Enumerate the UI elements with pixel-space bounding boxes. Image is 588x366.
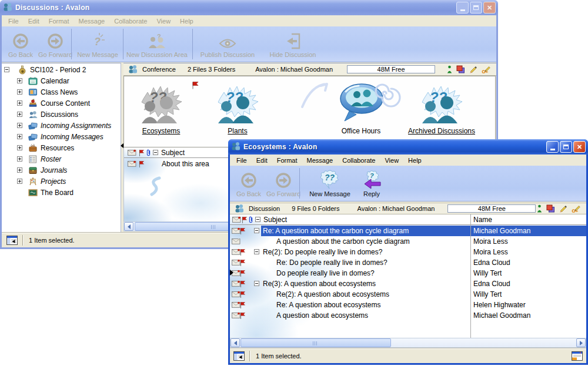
- tree-item-the-board[interactable]: The Board: [2, 187, 121, 198]
- tree-item-course-content[interactable]: Course Content: [2, 98, 121, 109]
- person-green-icon[interactable]: [537, 204, 542, 213]
- pencil-icon[interactable]: [469, 65, 477, 73]
- message-row-re-2-a-question-about-ecosystems[interactable]: Re(2): A question about ecosystemsWilly …: [230, 289, 586, 300]
- view-mode-icon[interactable]: [572, 351, 583, 361]
- subject-column-header[interactable]: Subject: [263, 216, 287, 224]
- collapse-all-icon[interactable]: [255, 217, 260, 222]
- expand-icon[interactable]: [17, 156, 22, 162]
- message-row-a-question-about-ecosystems[interactable]: A question about ecosystemsMichael Goodm…: [230, 310, 586, 321]
- scroll-left-button[interactable]: [230, 338, 240, 347]
- message-row-re-3-a-question-about-ecosystems[interactable]: Re(3): A question about ecosystemsEdna C…: [230, 278, 586, 289]
- new-message-gray-icon: ?: [74, 29, 122, 50]
- message-row-re-a-question-about-the-carbon-cycle-diagram[interactable]: Re: A question about the carbon cycle di…: [230, 226, 586, 236]
- tree-item-roster[interactable]: Roster: [2, 154, 121, 164]
- scroll-thumb[interactable]: [240, 338, 391, 347]
- squares-icon[interactable]: [456, 65, 465, 73]
- conference-item-plants[interactable]: ??Plants: [196, 80, 279, 135]
- expand-icon[interactable]: [17, 167, 22, 173]
- squares-icon[interactable]: [546, 204, 555, 213]
- expand-icon[interactable]: [17, 134, 22, 139]
- subject-column-header[interactable]: Subject: [161, 149, 185, 157]
- conference-item-label: Ecosystems: [123, 127, 202, 135]
- collapse-thread-icon[interactable]: [254, 228, 259, 233]
- pane-toggle-icon[interactable]: [6, 236, 18, 245]
- expand-pane-icon[interactable]: [230, 270, 233, 276]
- tree-item-incoming-messages[interactable]: Incoming Messages: [2, 132, 121, 142]
- conference-item-office-hours[interactable]: Office Hours: [320, 80, 402, 135]
- toolbar-button-label: Go Forward: [37, 51, 74, 58]
- menu-file[interactable]: File: [232, 156, 252, 165]
- tree-item-resources[interactable]: Resources: [2, 143, 121, 153]
- envelope-icon[interactable]: [128, 149, 136, 157]
- message-row-a-question-about-the-carbon-cycle-diagram[interactable]: A question about the carbon cycle diagra…: [230, 236, 586, 247]
- tree-item-sci102-period-2[interactable]: SCI102 - Period 2: [2, 65, 121, 75]
- paperclip-icon[interactable]: [248, 216, 253, 226]
- menu-format[interactable]: Format: [272, 156, 302, 165]
- message-row-re-do-people-really-live-in-domes[interactable]: Re: Do people really live in domes?Edna …: [230, 257, 586, 268]
- maximize-button[interactable]: [560, 141, 572, 153]
- menu-message[interactable]: Message: [302, 156, 338, 165]
- pencil-key-icon[interactable]: [572, 204, 582, 213]
- conference-item-label: Archived Discussions: [400, 127, 483, 135]
- maximize-button[interactable]: [470, 2, 482, 14]
- tree-item-incoming-assignments[interactable]: Incoming Assignments: [2, 120, 121, 131]
- expand-icon[interactable]: [17, 123, 22, 128]
- collapse-thread-icon[interactable]: [254, 249, 259, 254]
- message-list-header: Subject Name: [230, 214, 586, 225]
- tree-item-projects[interactable]: Projects: [2, 176, 121, 187]
- tree-item-discussions[interactable]: Discussions: [2, 109, 121, 120]
- flag-icon[interactable]: [241, 216, 248, 226]
- column-divider[interactable]: [470, 214, 471, 338]
- pencil-icon[interactable]: [559, 204, 567, 213]
- message-row-re-a-question-about-ecosystems[interactable]: Re: A question about ecosystemsHelen Hig…: [230, 300, 586, 310]
- tree-item-label: Incoming Messages: [41, 133, 103, 141]
- journal-icon: [28, 166, 38, 177]
- ecosystems-titlebar[interactable]: Ecosystems : Avalon ✕: [228, 139, 588, 155]
- expand-icon[interactable]: [17, 145, 22, 150]
- ecosystems-window: Ecosystems : Avalon ✕ FileEditFormatMess…: [228, 139, 588, 365]
- svg-text:??: ??: [325, 173, 335, 182]
- expand-icon[interactable]: [17, 179, 22, 184]
- collapse-thread-icon[interactable]: [254, 281, 259, 286]
- menu-collaborate[interactable]: Collaborate: [338, 156, 380, 165]
- ecosystems-icon: ??: [123, 80, 202, 126]
- envelope-icon[interactable]: [232, 216, 241, 224]
- menu-edit[interactable]: Edit: [252, 156, 272, 165]
- flag-icon[interactable]: [138, 149, 145, 159]
- paperclip-icon[interactable]: [146, 149, 151, 159]
- minimize-button[interactable]: [456, 2, 469, 14]
- menu-help[interactable]: Help: [403, 156, 426, 165]
- collapse-icon[interactable]: [4, 67, 9, 72]
- pencil-key-icon[interactable]: [482, 65, 492, 73]
- scroll-left-button[interactable]: [124, 222, 133, 231]
- message-row-do-people-really-live-in-domes[interactable]: Do people really live in domes?Willy Ter…: [230, 268, 586, 278]
- conference-item-archived-discussions[interactable]: ??Archived Discussions: [400, 80, 483, 135]
- menu-view[interactable]: View: [380, 156, 403, 165]
- tree-item-label: Resources: [41, 144, 74, 152]
- toolbar-button-label: Go Back: [5, 51, 36, 58]
- tree-item-class-news[interactable]: Class News: [2, 87, 121, 98]
- collapse-all-icon[interactable]: [153, 150, 158, 155]
- ecosystems-toolbar: Go BackGo Forward??New Message?Reply: [230, 166, 586, 202]
- name-column-header[interactable]: Name: [473, 216, 492, 224]
- conference-item-ecosystems[interactable]: ??Ecosystems: [123, 80, 202, 135]
- expand-icon[interactable]: [17, 89, 22, 95]
- minimize-button[interactable]: [546, 141, 559, 153]
- discussions-titlebar[interactable]: Discussions : Avalon ✕: [0, 0, 498, 15]
- tree-item-calendar[interactable]: Calendar: [2, 76, 121, 86]
- expand-icon[interactable]: [17, 78, 22, 83]
- message-author: Moira Less: [473, 237, 508, 246]
- toolbar-button-reply[interactable]: ?Reply: [358, 169, 385, 197]
- close-button[interactable]: ✕: [483, 2, 496, 14]
- expand-icon[interactable]: [17, 100, 22, 106]
- pane-toggle-icon[interactable]: [233, 351, 245, 361]
- close-button[interactable]: ✕: [573, 141, 586, 153]
- toolbar-button-new-message[interactable]: ??New Message: [304, 169, 356, 197]
- expand-icon[interactable]: [17, 112, 22, 117]
- message-row-re-2-do-people-really-live-in-domes[interactable]: Re(2): Do people really live in domes?Mo…: [230, 247, 586, 257]
- free-space-indicator: 48M Free: [447, 204, 536, 213]
- message-horizontal-scrollbar[interactable]: [230, 338, 586, 348]
- scroll-right-button[interactable]: [576, 338, 586, 347]
- tree-item-journals[interactable]: Journals: [2, 165, 121, 176]
- person-green-icon[interactable]: [447, 65, 452, 73]
